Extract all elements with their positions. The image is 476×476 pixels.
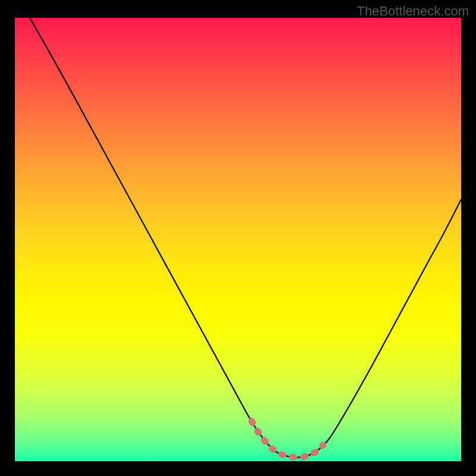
bottleneck-curve-line xyxy=(30,18,461,458)
highlight-segment-line xyxy=(252,421,323,458)
chart-svg xyxy=(15,18,461,461)
watermark-text: TheBottleneck.com xyxy=(357,4,469,19)
chart-plot-area xyxy=(15,18,461,461)
